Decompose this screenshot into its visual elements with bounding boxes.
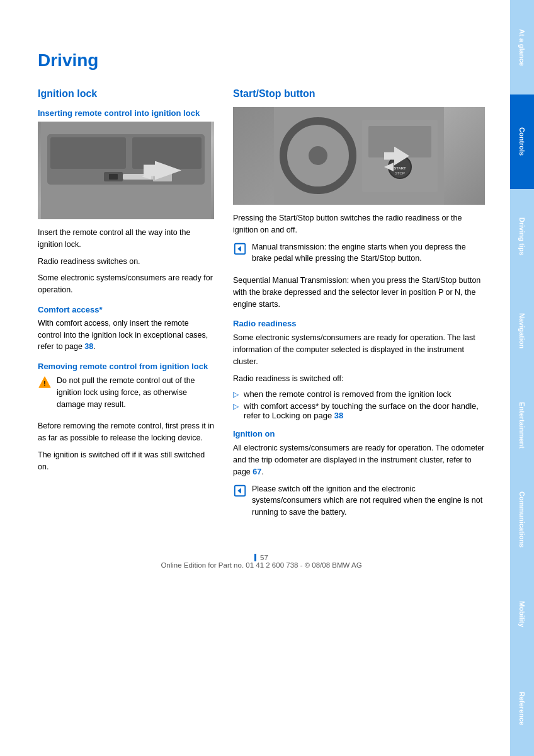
start-stop-para1: Pressing the Start/Stop button switches … xyxy=(233,212,485,236)
radio-readiness-para1: Some electronic systems/consumers are re… xyxy=(233,332,485,367)
svg-rect-16 xyxy=(368,126,431,158)
bullet-arrow-1: ▷ xyxy=(233,390,239,399)
sidebar-item-driving-tips[interactable]: Driving tips xyxy=(510,189,534,284)
ignition-on-para1: All electronic systems/consumers are rea… xyxy=(233,442,485,478)
bullet-item-1: ▷ when the remote control is removed fro… xyxy=(233,389,485,399)
svg-rect-3 xyxy=(50,137,126,169)
sidebar-item-navigation[interactable]: Navigation xyxy=(510,284,534,378)
bullet-item-2: ▷ with comfort access* by touching the s… xyxy=(233,401,485,420)
ignition-on-title: Ignition on xyxy=(233,429,485,438)
start-stop-section-title: Start/Stop button xyxy=(233,88,485,100)
manual-trans-text: Manual transmission: the engine starts w… xyxy=(252,241,485,265)
bullet-text-2: with comfort access* by touching the sur… xyxy=(244,401,485,420)
note-icon xyxy=(233,242,247,256)
svg-text:START: START xyxy=(394,166,406,170)
ignition-on-note-box: Please switch off the ignition and the e… xyxy=(233,483,485,524)
comfort-access-title: Comfort access* xyxy=(38,305,214,314)
inserting-subsection-title: Inserting remote control into ignition l… xyxy=(38,108,214,118)
ignition-on-note-text: Please switch off the ignition and the e… xyxy=(252,483,485,518)
right-column: Start/Stop button xyxy=(233,88,485,529)
start-stop-button-image: START STOP xyxy=(233,107,485,205)
warning-box: ! Do not pull the remote control out of … xyxy=(38,375,214,415)
bullet-text-1: when the remote control is removed from … xyxy=(244,389,452,399)
svg-marker-22 xyxy=(237,246,241,251)
ignition-on-link[interactable]: 67 xyxy=(253,467,261,476)
insert-para1: Insert the remote control all the way in… xyxy=(38,227,214,251)
ignition-lock-section-title: Ignition lock xyxy=(38,88,214,100)
svg-point-14 xyxy=(309,146,327,165)
before-removing-para: Before removing the remote control, firs… xyxy=(38,420,214,444)
electronic-systems-para: Some electronic systems/consumers are re… xyxy=(38,272,214,296)
ignition-image-svg xyxy=(41,122,211,219)
page-title: Driving xyxy=(38,50,485,71)
comfort-access-link[interactable]: 38 xyxy=(84,342,93,351)
removing-subsection-title: Removing remote control from ignition lo… xyxy=(38,362,214,371)
manual-transmission-note: Manual transmission: the engine starts w… xyxy=(233,241,485,270)
svg-rect-6 xyxy=(109,174,118,180)
sidebar-item-mobility[interactable]: Mobility xyxy=(510,567,534,662)
footer: 57 Online Edition for Part no. 01 41 2 6… xyxy=(38,541,485,575)
radio-readiness-switched-off: Radio readiness is switched off: xyxy=(233,373,485,385)
sidebar-item-entertainment[interactable]: Entertainment xyxy=(510,378,534,472)
ignition-lock-image xyxy=(38,122,214,219)
warning-text: Do not pull the remote control out of th… xyxy=(57,375,214,410)
sidebar: At a glance Controls Driving tips Naviga… xyxy=(510,0,534,756)
sidebar-item-at-a-glance[interactable]: At a glance xyxy=(510,0,534,94)
sidebar-item-controls[interactable]: Controls xyxy=(510,94,534,189)
radio-readiness-para: Radio readiness switches on. xyxy=(38,256,214,268)
sequential-manual-para: Sequential Manual Transmission: when you… xyxy=(233,275,485,310)
left-column: Ignition lock Inserting remote control i… xyxy=(38,88,214,529)
svg-rect-4 xyxy=(132,137,202,169)
comfort-access-para: With comfort access, only insert the rem… xyxy=(38,318,214,353)
start-stop-image-svg: START STOP xyxy=(274,107,444,205)
bullet-arrow-2: ▷ xyxy=(233,402,239,411)
svg-text:STOP: STOP xyxy=(395,171,405,175)
page-number: 57 xyxy=(254,554,268,561)
radio-readiness-title: Radio readiness xyxy=(233,319,485,328)
bullet2-link[interactable]: 38 xyxy=(334,411,343,420)
sidebar-item-reference[interactable]: Reference xyxy=(510,662,534,756)
svg-marker-24 xyxy=(237,488,241,493)
sidebar-item-communications[interactable]: Communications xyxy=(510,472,534,567)
warning-icon: ! xyxy=(38,375,52,389)
svg-text:!: ! xyxy=(43,381,45,387)
footer-text: Online Edition for Part no. 01 41 2 600 … xyxy=(161,561,361,569)
ignition-switched-off-para: The ignition is switched off if it was s… xyxy=(38,449,214,473)
svg-rect-8 xyxy=(153,172,172,181)
ignition-note-icon xyxy=(233,484,247,498)
